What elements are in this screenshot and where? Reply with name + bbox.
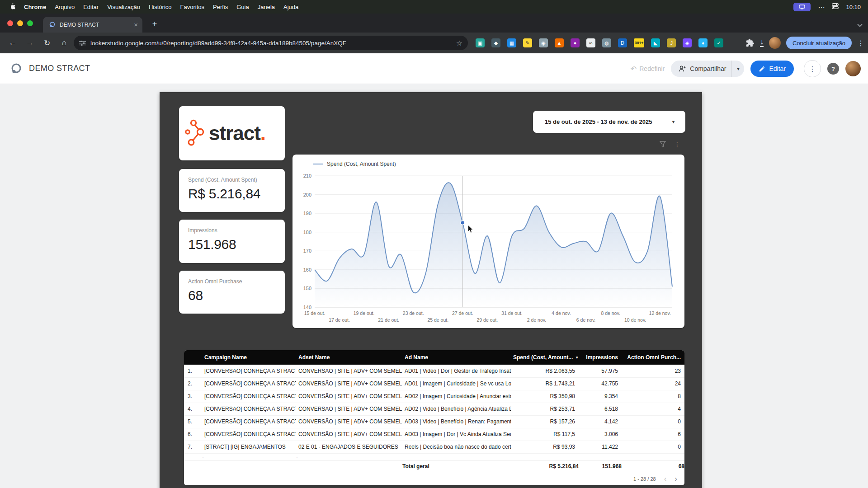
chevron-down-icon — [857, 23, 863, 27]
partial-campaign: - — [202, 453, 296, 460]
reset-button[interactable]: ↶ Redefinir — [631, 65, 665, 73]
forward-button[interactable]: → — [23, 36, 37, 50]
extensions-puzzle-icon[interactable] — [745, 38, 755, 47]
control-center-icon[interactable] — [832, 3, 839, 10]
share-button[interactable]: Compartilhar ▾ — [671, 61, 744, 77]
menu-item[interactable]: Janela — [258, 4, 275, 10]
column-header-actions[interactable]: Action Omni Purch... — [622, 350, 684, 365]
hover-point — [461, 221, 465, 225]
mouse-cursor — [468, 225, 473, 233]
extension-icon[interactable]: ◣ — [651, 38, 660, 47]
extension-icon[interactable]: ◍ — [602, 38, 611, 47]
home-button[interactable]: ⌂ — [57, 36, 71, 50]
campaign-table: Campaign Name Adset Name Ad Name Spend (… — [184, 350, 684, 472]
back-button[interactable]: ← — [5, 36, 20, 50]
pagination-next-icon[interactable]: › — [675, 474, 677, 483]
chart-legend: Spend (Cost, Amount Spent) — [313, 161, 396, 167]
table-row[interactable]: 1.[CONVERSÃO] CONHEÇA A STRACT 3.0CONVER… — [184, 365, 684, 377]
x-tick-label: 29 de out. — [477, 317, 498, 323]
menu-item[interactable]: Visualização — [107, 4, 140, 10]
tab-search-icon[interactable] — [857, 21, 863, 29]
y-tick-label: 170 — [303, 248, 311, 253]
total-actions: 68 — [622, 460, 684, 472]
share-dropdown-caret[interactable]: ▾ — [731, 61, 744, 77]
downloads-icon[interactable]: ↓ — [760, 39, 764, 47]
column-header-ad[interactable]: Ad Name — [402, 350, 511, 365]
chrome-menu-icon[interactable]: ⋮ — [857, 39, 864, 47]
scorecard-value: R$ 5.216,84 — [188, 186, 285, 202]
chart-options-icon[interactable]: ⋮ — [674, 141, 680, 148]
menu-item-chrome[interactable]: Chrome — [24, 4, 46, 10]
address-bar[interactable]: lookerstudio.google.com/u/0/reporting/d8… — [74, 36, 468, 50]
chrome-update-button[interactable]: Concluir atualização — [786, 37, 852, 49]
extension-icon[interactable]: ▣ — [476, 38, 485, 47]
filter-icon[interactable] — [660, 141, 666, 147]
bookmark-star-icon[interactable]: ☆ — [456, 39, 462, 47]
date-range-control[interactable]: 15 de out. de 2025 - 13 de nov. de 2025 … — [533, 111, 685, 133]
table-row[interactable]: 7.[STRACT] [IG] ENGAJAMENTOS02 E 01 - EN… — [184, 441, 684, 453]
column-header-campaign[interactable]: Campaign Name — [202, 350, 296, 365]
x-tick-label: 27 de out. — [452, 310, 473, 316]
table-row[interactable]: 3.[CONVERSÃO] CONHEÇA A STRACT 3.0CONVER… — [184, 390, 684, 403]
menu-item[interactable]: Histórico — [149, 4, 172, 10]
close-window-button[interactable] — [7, 20, 13, 26]
menu-item[interactable]: Editar — [83, 4, 99, 10]
extension-icon[interactable]: ▦ — [507, 38, 516, 47]
table-row[interactable]: 5.[CONVERSÃO] CONHEÇA A STRACT 3.0CONVER… — [184, 415, 684, 428]
extension-icon[interactable]: 301+ — [634, 38, 644, 47]
menu-item[interactable]: Arquivo — [55, 4, 75, 10]
extension-icon[interactable]: ◆ — [491, 38, 500, 47]
menu-item[interactable]: Guia — [236, 4, 249, 10]
share-main[interactable]: Compartilhar — [671, 65, 731, 73]
apple-menu-icon[interactable] — [9, 2, 15, 11]
campaign-table-card: Campaign Name Adset Name Ad Name Spend (… — [184, 350, 684, 485]
screen-recording-indicator[interactable] — [793, 3, 811, 11]
extension-icon[interactable]: ◉ — [539, 38, 548, 47]
menubar-clock[interactable]: 10:10 — [846, 4, 861, 10]
menu-item[interactable]: Favoritos — [180, 4, 204, 10]
table-row[interactable]: 4.[CONVERSÃO] CONHEÇA A STRACT 3.0CONVER… — [184, 403, 684, 415]
browser-tab[interactable]: DEMO STRACT × — [43, 17, 142, 33]
extension-icon[interactable]: J — [667, 38, 676, 47]
y-tick-label: 210 — [303, 173, 311, 178]
column-header-spend[interactable]: Spend (Cost, Amount...▼ — [511, 350, 579, 365]
scorecard-label: Action Omni Purchase — [188, 278, 285, 285]
minimize-window-button[interactable] — [17, 20, 23, 26]
user-avatar[interactable] — [845, 61, 861, 76]
pagination-prev-icon[interactable]: ‹ — [664, 474, 667, 483]
extension-icon[interactable]: ✎ — [523, 38, 532, 47]
column-header-adset[interactable]: Adset Name — [296, 350, 402, 365]
legend-label: Spend (Cost, Amount Spent) — [327, 161, 396, 167]
more-options-button[interactable]: ⋮ — [804, 60, 821, 77]
table-row[interactable]: 6.[CONVERSÃO] CONHEÇA A STRACT 3.0CONVER… — [184, 428, 684, 441]
x-tick-label: 21 de out. — [378, 317, 399, 323]
area-fill — [315, 183, 672, 307]
browser-profile-avatar[interactable] — [769, 37, 781, 49]
reload-button[interactable]: ↻ — [40, 36, 54, 50]
menubar-more-icon[interactable]: ⋯ — [818, 4, 825, 10]
site-settings-icon[interactable] — [79, 40, 86, 46]
spend-line-chart[interactable]: 14015016017018019020021015 de out.17 de … — [292, 155, 684, 328]
looker-studio-logo-icon[interactable] — [10, 62, 23, 75]
extension-icon[interactable]: ♦ — [698, 38, 708, 47]
extension-icon[interactable]: ● — [571, 38, 580, 47]
extension-icon[interactable]: ▲ — [555, 38, 564, 47]
new-tab-button[interactable]: + — [148, 18, 161, 30]
extension-icon[interactable]: ◈ — [683, 38, 692, 47]
share-label: Compartilhar — [690, 65, 726, 72]
extension-icon[interactable]: ✓ — [714, 38, 723, 47]
menu-item[interactable]: Ajuda — [283, 4, 298, 10]
extension-icon[interactable]: D — [618, 38, 627, 47]
zoom-window-button[interactable] — [27, 20, 33, 26]
table-row[interactable]: 2.[CONVERSÃO] CONHEÇA A STRACT 3.0CONVER… — [184, 377, 684, 390]
scorecard-value: 151.968 — [188, 237, 285, 252]
column-header-impressions[interactable]: Impressions — [579, 350, 622, 365]
scorecard-purchases: Action Omni Purchase 68 — [179, 271, 285, 314]
menu-item[interactable]: Perfis — [213, 4, 228, 10]
reset-label: Redefinir — [639, 65, 665, 72]
tab-close-icon[interactable]: × — [134, 21, 138, 28]
table-row-partial: - - — [184, 453, 684, 460]
extension-icon[interactable]: ∞ — [586, 38, 595, 47]
help-button[interactable]: ? — [827, 63, 839, 75]
edit-button[interactable]: Editar — [750, 61, 794, 77]
